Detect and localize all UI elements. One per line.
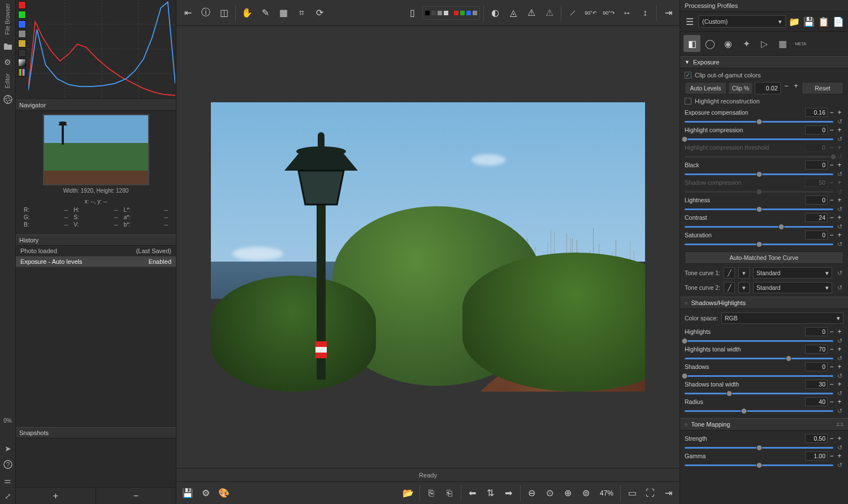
- profile-copy-icon[interactable]: 📋: [817, 15, 830, 28]
- zoom-fit-icon[interactable]: ⊙: [542, 485, 558, 501]
- zoom-out-icon[interactable]: ⊖: [524, 485, 540, 501]
- send-to-icon[interactable]: 🎨: [216, 485, 232, 501]
- profile-select[interactable]: (Custom)▾: [698, 15, 786, 28]
- folder-icon[interactable]: [3, 41, 13, 51]
- copy-icon[interactable]: ⎘: [423, 485, 439, 501]
- slider-highlight-compression[interactable]: Highlight compression0 − + ↺: [685, 125, 843, 143]
- profile-paste-icon[interactable]: 📄: [832, 15, 845, 28]
- contrast-icon[interactable]: ◐: [487, 5, 503, 21]
- plus-icon[interactable]: +: [836, 214, 843, 221]
- minus-icon[interactable]: −: [828, 345, 836, 353]
- section-exposure[interactable]: ▼Exposure: [680, 56, 848, 68]
- zoom-100-icon[interactable]: ⊚: [578, 485, 594, 501]
- plus-icon[interactable]: +: [836, 196, 843, 204]
- reset-icon[interactable]: ↺: [836, 171, 843, 178]
- ch-grad[interactable]: [18, 59, 26, 67]
- reset-icon[interactable]: ↺: [836, 118, 843, 125]
- reset-icon[interactable]: ↺: [836, 372, 843, 380]
- slider-saturation[interactable]: Saturation0 − + ↺: [685, 231, 843, 248]
- tab-transform[interactable]: ▷: [756, 35, 773, 52]
- reset-icon[interactable]: ↺: [836, 390, 843, 397]
- highlight-recon-checkbox[interactable]: Highlight reconstruction: [685, 98, 843, 105]
- queue-icon[interactable]: ⚙: [198, 485, 214, 501]
- minus-icon[interactable]: −: [828, 108, 836, 116]
- tc1-curve-icon[interactable]: ╱: [724, 267, 735, 279]
- shadow-clip-icon[interactable]: ⚠: [542, 5, 557, 21]
- navigator-thumbnail[interactable]: [43, 114, 149, 185]
- minus-icon[interactable]: −: [828, 214, 836, 221]
- plus-icon[interactable]: +: [836, 345, 843, 353]
- ch-blue[interactable]: [18, 20, 26, 28]
- slider-exposure-compensation[interactable]: Exposure compensation0.16 − + ↺: [685, 108, 843, 125]
- ch-green[interactable]: [18, 11, 26, 19]
- reset-icon[interactable]: ↺: [836, 241, 843, 248]
- slider-highlights-tonal-width[interactable]: Highlights tonal width70 − + ↺: [685, 345, 843, 362]
- tab-color[interactable]: ◉: [720, 35, 737, 52]
- auto-levels-button[interactable]: Auto Levels: [685, 82, 726, 94]
- aperture-icon[interactable]: [3, 94, 13, 105]
- crop-icon[interactable]: ⌗: [293, 5, 309, 21]
- zoom-in-button[interactable]: +: [16, 488, 96, 504]
- slider-shadows-tonal-width[interactable]: Shadows tonal width30 − + ↺: [685, 380, 843, 397]
- rotate-right-icon[interactable]: 90°↷: [601, 5, 617, 21]
- rotate-left-icon[interactable]: 90°↶: [583, 5, 599, 21]
- section-tonemap[interactable]: ○Tone Mapping1:1: [680, 418, 848, 431]
- history-item[interactable]: Photo loaded(Last Saved): [16, 246, 176, 257]
- tab-raw[interactable]: ▦: [774, 35, 791, 52]
- flip-v-icon[interactable]: ↕: [637, 5, 653, 21]
- reset-icon[interactable]: ↺: [836, 136, 843, 143]
- plus-icon[interactable]: +: [836, 126, 843, 134]
- slider-strength[interactable]: Strength0.50 − + ↺: [685, 434, 843, 451]
- prev-image-icon[interactable]: ⬅: [465, 485, 481, 501]
- plus-icon[interactable]: +: [836, 452, 843, 460]
- plus-icon[interactable]: +: [836, 398, 843, 406]
- tab-exposure[interactable]: ◧: [683, 35, 700, 52]
- plus-icon[interactable]: +: [836, 108, 843, 116]
- reset-button[interactable]: Reset: [802, 82, 843, 94]
- history-item[interactable]: Exposure - Auto levelsEnabled: [16, 257, 176, 267]
- colorspace-select[interactable]: RGB▾: [721, 312, 843, 324]
- ch-luma[interactable]: [18, 30, 26, 38]
- editor-tab[interactable]: Editor: [5, 70, 11, 92]
- minus-icon[interactable]: −: [828, 231, 836, 239]
- slider-shadows[interactable]: Shadows0 − + ↺: [685, 362, 843, 380]
- ch-red[interactable]: [18, 1, 26, 9]
- rotate-icon[interactable]: ⟋: [565, 5, 581, 21]
- reset-icon[interactable]: ↺: [836, 355, 843, 362]
- bg-color-picker[interactable]: [422, 6, 480, 20]
- right-panel-toggle-icon[interactable]: ⇥: [660, 5, 676, 21]
- minus-icon[interactable]: −: [828, 452, 836, 460]
- open-folder-icon[interactable]: 📂: [400, 485, 416, 501]
- zoom-out-button[interactable]: −: [96, 488, 176, 504]
- info-icon[interactable]: ⓘ: [198, 5, 214, 21]
- tc1-drop-icon[interactable]: ▾: [738, 267, 750, 279]
- sharpen-preview-icon[interactable]: ◬: [505, 5, 521, 21]
- wb-icon[interactable]: ▦: [275, 5, 291, 21]
- panel-toggle-icon[interactable]: ⇤: [180, 5, 196, 21]
- help-icon[interactable]: ?: [3, 459, 13, 470]
- sync-icon[interactable]: ⇅: [483, 485, 499, 501]
- arrow-icon[interactable]: ➤: [3, 444, 13, 454]
- minus-icon[interactable]: −: [828, 328, 836, 336]
- minus-icon[interactable]: −: [828, 380, 836, 388]
- plus-icon[interactable]: +: [836, 435, 843, 442]
- tc2-drop-icon[interactable]: ▾: [738, 282, 750, 293]
- reset-icon[interactable]: ↺: [836, 206, 843, 213]
- plus-icon[interactable]: +: [836, 380, 843, 388]
- tab-advanced[interactable]: ✦: [738, 35, 755, 52]
- gear-icon[interactable]: ⚙: [3, 57, 13, 67]
- tc2-curve-icon[interactable]: ╱: [724, 282, 735, 293]
- minus-icon[interactable]: −: [828, 161, 836, 169]
- plus-icon[interactable]: +: [836, 161, 843, 169]
- image-preview[interactable]: [176, 26, 680, 468]
- tab-detail[interactable]: ◯: [702, 35, 719, 52]
- profile-save-icon[interactable]: 💾: [803, 15, 815, 28]
- tab-meta[interactable]: META: [792, 35, 809, 52]
- straighten-icon[interactable]: ⟳: [311, 5, 327, 21]
- auto-tone-button[interactable]: Auto-Matched Tone Curve: [685, 251, 843, 264]
- reset-icon[interactable]: ↺: [836, 337, 843, 345]
- minus-icon[interactable]: −: [828, 196, 836, 204]
- minus-icon[interactable]: −: [828, 126, 836, 134]
- file-browser-tab[interactable]: File Browser: [5, 0, 11, 38]
- collapse-right-icon[interactable]: ⇥: [660, 485, 676, 501]
